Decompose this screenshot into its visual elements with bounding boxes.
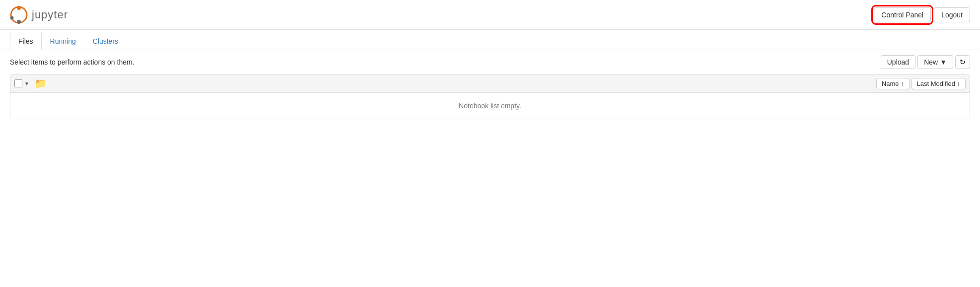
sort-by-last-modified-button[interactable]: Last Modified ↑ <box>911 78 966 89</box>
empty-message: Notebook list empty. <box>10 93 970 119</box>
tab-running[interactable]: Running <box>42 32 84 50</box>
svg-point-3 <box>10 16 14 19</box>
file-list-header: ▼ 📁 Name ↑ Last Modified ↑ <box>10 74 970 93</box>
select-all-checkbox[interactable] <box>14 79 22 87</box>
svg-point-2 <box>17 20 21 24</box>
checkbox-dropdown-icon[interactable]: ▼ <box>24 81 29 86</box>
new-button[interactable]: New ▼ <box>917 55 953 69</box>
header: jupyter Control Panel Logout <box>0 0 980 30</box>
tab-files[interactable]: Files <box>10 32 42 50</box>
upload-button[interactable]: Upload <box>881 55 915 69</box>
tabs-bar: Files Running Clusters <box>0 32 980 50</box>
file-list-container: ▼ 📁 Name ↑ Last Modified ↑ Notebook list… <box>10 74 970 119</box>
sort-buttons: Name ↑ Last Modified ↑ <box>876 78 966 89</box>
toolbar-right: Upload New ▼ ↻ <box>881 55 970 69</box>
new-dropdown-arrow-icon: ▼ <box>940 58 947 66</box>
checkbox-area: ▼ <box>14 79 29 87</box>
logout-button[interactable]: Logout <box>934 7 970 22</box>
logo-text: jupyter <box>32 8 68 21</box>
refresh-button[interactable]: ↻ <box>955 55 970 69</box>
control-panel-button[interactable]: Control Panel <box>874 7 931 22</box>
sort-by-name-button[interactable]: Name ↑ <box>876 78 910 89</box>
refresh-icon: ↻ <box>960 58 966 66</box>
logo-area: jupyter <box>10 6 68 24</box>
svg-point-1 <box>17 6 21 10</box>
folder-icon: 📁 <box>34 77 47 89</box>
select-hint: Select items to perform actions on them. <box>10 58 135 66</box>
jupyter-logo-icon <box>10 6 28 24</box>
toolbar: Select items to perform actions on them.… <box>0 50 980 74</box>
tab-clusters[interactable]: Clusters <box>84 32 127 50</box>
header-buttons: Control Panel Logout <box>874 7 970 22</box>
